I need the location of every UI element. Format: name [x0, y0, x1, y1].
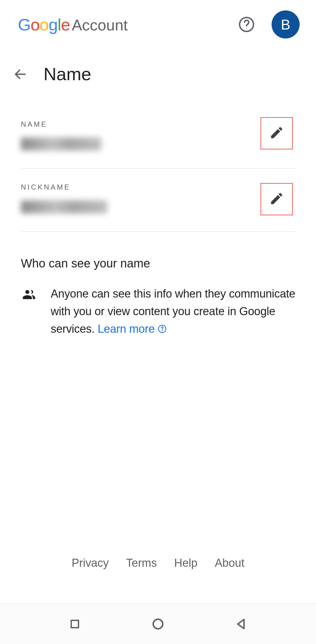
visibility-text: Anyone can see this info when they commu…	[51, 285, 297, 338]
pencil-icon	[269, 125, 284, 141]
visibility-heading: Who can see your name	[21, 257, 297, 270]
help-circle-icon	[158, 324, 167, 333]
edit-name-button[interactable]	[261, 117, 293, 149]
people-icon	[21, 287, 36, 302]
visibility-description: Anyone can see this info when they commu…	[51, 287, 295, 335]
svg-rect-5	[71, 620, 79, 628]
svg-point-1	[246, 28, 247, 29]
learn-more-text: Learn more	[97, 320, 154, 338]
home-button[interactable]	[150, 616, 166, 632]
visibility-section: Who can see your name Anyone can see thi…	[0, 246, 316, 338]
avatar[interactable]: B	[272, 10, 300, 38]
recents-button[interactable]	[66, 616, 83, 632]
back-arrow-icon[interactable]	[13, 67, 27, 81]
help-icon[interactable]	[238, 16, 255, 33]
footer-privacy[interactable]: Privacy	[72, 557, 109, 569]
avatar-letter: B	[281, 16, 290, 33]
svg-point-6	[153, 619, 163, 629]
google-logo: Google	[18, 15, 70, 34]
back-button[interactable]	[233, 616, 250, 632]
name-field-value	[21, 137, 101, 151]
learn-more-link[interactable]: Learn more	[97, 320, 166, 338]
name-field-block: NAME	[21, 120, 297, 169]
content: NAME NICKNAME	[0, 96, 316, 246]
svg-point-4	[162, 331, 162, 331]
visibility-row: Anyone can see this info when they commu…	[21, 285, 297, 338]
app-header: Google Account B	[0, 0, 316, 49]
name-field-label: NAME	[21, 120, 297, 129]
footer-terms[interactable]: Terms	[126, 557, 157, 569]
nickname-field-block: NICKNAME	[21, 183, 297, 232]
footer-about[interactable]: About	[215, 557, 244, 569]
footer-links: Privacy Terms Help About	[0, 557, 316, 569]
brand-logo[interactable]: Google Account	[18, 15, 232, 34]
nickname-field-value	[21, 200, 107, 213]
svg-marker-7	[238, 619, 244, 628]
pencil-icon	[269, 191, 284, 207]
nickname-field-label: NICKNAME	[21, 183, 297, 191]
system-nav-bar	[0, 603, 316, 644]
account-label: Account	[72, 16, 128, 34]
title-row: Name	[0, 49, 316, 96]
footer-help[interactable]: Help	[174, 557, 197, 569]
page-title: Name	[44, 64, 91, 84]
edit-nickname-button[interactable]	[261, 183, 293, 215]
